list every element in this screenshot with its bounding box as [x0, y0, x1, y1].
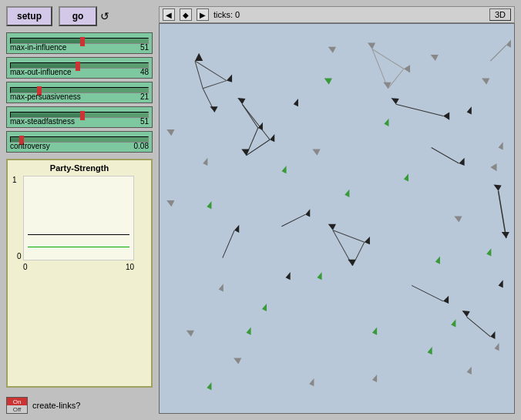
create-links-label: create-links? — [32, 401, 80, 410]
svg-marker-72 — [506, 39, 511, 47]
svg-line-41 — [333, 230, 365, 242]
slider-max-steadfastness[interactable]: max-steadfastness 51 — [6, 106, 153, 128]
svg-marker-19 — [241, 150, 249, 156]
svg-marker-10 — [368, 43, 375, 49]
svg-line-56 — [467, 317, 491, 337]
chart-x-max: 10 — [126, 263, 134, 271]
svg-marker-18 — [258, 123, 263, 130]
svg-line-14 — [246, 128, 257, 156]
svg-line-16 — [246, 139, 270, 155]
svg-marker-48 — [443, 113, 449, 120]
nav-diamond-icon[interactable]: ◆ — [180, 8, 192, 21]
chart-title: Party-Strength — [11, 163, 148, 173]
svg-line-3 — [203, 89, 214, 113]
svg-marker-39 — [451, 319, 455, 327]
svg-marker-37 — [262, 304, 267, 311]
svg-line-9 — [372, 49, 388, 89]
svg-marker-20 — [270, 134, 274, 142]
slider-max-in-influence[interactable]: max-in-influence 51 — [6, 32, 153, 54]
ticks-label: ticks: 0 — [213, 10, 485, 19]
svg-line-42 — [352, 242, 364, 266]
slider-max-persuasiveness[interactable]: max-persuasiveness 21 — [6, 82, 153, 103]
btn-3d[interactable]: 3D — [489, 8, 511, 21]
sim-canvas — [159, 23, 515, 414]
svg-marker-55 — [305, 209, 310, 217]
svg-marker-53 — [459, 158, 464, 166]
svg-marker-49 — [392, 98, 399, 104]
svg-marker-23 — [482, 79, 489, 85]
sim-toolbar: ◀ ◆ ▶ ticks: 0 3D — [159, 6, 515, 23]
svg-marker-51 — [234, 225, 239, 233]
svg-marker-65 — [467, 367, 472, 375]
slider-controversy[interactable]: controversy 0.08 — [6, 131, 153, 153]
svg-marker-4 — [195, 53, 203, 61]
svg-marker-29 — [324, 79, 332, 85]
svg-marker-78 — [203, 158, 207, 166]
main-container: setup go ↺ max-in-influence 51 max-out-i… — [0, 0, 521, 420]
svg-line-73 — [499, 191, 506, 238]
refresh-icon[interactable]: ↺ — [100, 10, 109, 22]
svg-line-2 — [203, 81, 227, 89]
svg-marker-74 — [502, 232, 509, 238]
svg-marker-6 — [210, 106, 217, 112]
svg-marker-25 — [312, 150, 320, 156]
svg-marker-58 — [462, 311, 470, 317]
svg-marker-30 — [384, 119, 388, 126]
setup-button[interactable]: setup — [6, 6, 52, 26]
nav-left-icon[interactable]: ◀ — [163, 8, 175, 21]
chart-area — [23, 176, 134, 260]
svg-marker-26 — [490, 163, 496, 171]
chart-line-green — [28, 247, 129, 247]
toggle-on-label: On — [7, 398, 27, 405]
svg-marker-77 — [467, 106, 472, 114]
svg-marker-69 — [428, 347, 432, 354]
svg-line-7 — [372, 49, 404, 69]
chart-y-max: 1 — [12, 176, 17, 184]
chart-y-min: 0 — [17, 252, 22, 260]
svg-marker-11 — [404, 65, 410, 72]
chart-container: Party-Strength 1 0 0 10 — [6, 159, 153, 388]
svg-marker-57 — [490, 331, 495, 339]
svg-line-43 — [333, 230, 353, 266]
button-row: setup go ↺ — [6, 6, 153, 26]
svg-marker-22 — [431, 55, 439, 61]
svg-marker-38 — [372, 328, 377, 335]
svg-marker-61 — [187, 331, 194, 337]
svg-marker-35 — [435, 257, 440, 264]
nav-right-icon[interactable]: ▶ — [197, 8, 209, 21]
svg-marker-68 — [246, 328, 250, 335]
left-panel: setup go ↺ max-in-influence 51 max-out-i… — [6, 6, 153, 414]
slider-max-out-influence[interactable]: max-out-influence 48 — [6, 57, 153, 79]
svg-marker-44 — [328, 224, 336, 230]
svg-line-8 — [388, 69, 403, 89]
svg-marker-27 — [166, 200, 174, 207]
svg-line-47 — [396, 104, 443, 116]
svg-marker-33 — [345, 190, 349, 197]
svg-line-15 — [242, 104, 270, 139]
svg-line-52 — [432, 148, 459, 163]
svg-marker-45 — [365, 237, 370, 244]
svg-marker-76 — [294, 99, 298, 106]
svg-line-54 — [281, 214, 305, 226]
svg-marker-5 — [227, 74, 232, 82]
svg-line-13 — [242, 104, 257, 128]
svg-marker-70 — [207, 382, 211, 390]
svg-marker-63 — [309, 378, 314, 386]
svg-marker-17 — [237, 98, 245, 104]
go-row: go ↺ — [59, 6, 109, 26]
svg-marker-80 — [219, 284, 224, 291]
toggle-off-label: Off — [7, 405, 27, 413]
svg-line-1 — [195, 61, 203, 89]
go-button[interactable]: go — [59, 6, 97, 26]
chart-x-min: 0 — [23, 263, 28, 271]
svg-marker-62 — [234, 358, 241, 364]
svg-line-71 — [490, 45, 506, 61]
create-links-toggle[interactable]: On Off — [6, 397, 28, 414]
svg-marker-75 — [493, 185, 501, 191]
chart-line-black — [28, 234, 129, 235]
svg-marker-32 — [404, 173, 408, 181]
svg-marker-79 — [499, 142, 503, 150]
svg-line-50 — [223, 230, 234, 258]
svg-marker-24 — [166, 129, 174, 136]
svg-marker-60 — [443, 296, 449, 304]
